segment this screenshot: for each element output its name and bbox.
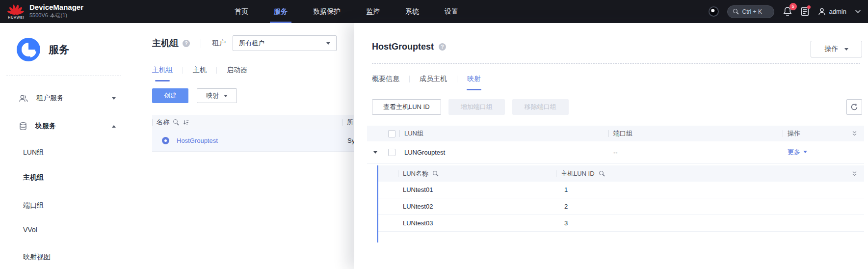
sidebar-item-lun-group[interactable]: LUN组	[0, 142, 128, 162]
tab-divider	[216, 67, 217, 74]
sidebar-item-vvol[interactable]: VVol	[0, 220, 128, 240]
sort-icon[interactable]	[183, 119, 189, 126]
tab-initiator[interactable]: 启动器	[227, 66, 247, 81]
sidebar-item-host-group[interactable]: 主机组	[0, 167, 128, 187]
search-icon	[733, 9, 739, 15]
notification-badge: 5	[789, 3, 797, 10]
sidebar-divider	[6, 76, 121, 76]
cell-port-group: --	[613, 149, 618, 156]
database-icon	[19, 122, 27, 131]
cell-lun-name: LUNtest01	[378, 186, 556, 193]
mapping-table: LUN组 端口组 操作 LUNGrouptest -	[367, 126, 864, 163]
row-owner: Sy	[347, 137, 354, 144]
collapse-columns-icon[interactable]	[852, 171, 857, 177]
sidebar-item-label: 块服务	[35, 122, 112, 131]
create-button[interactable]: 创建	[152, 88, 188, 103]
map-button-label: 映射	[206, 91, 219, 100]
table-header: 名称 所	[152, 115, 354, 130]
dashed-divider	[372, 63, 860, 64]
tab-divider	[183, 67, 183, 74]
cell-host-lun-id: 3	[556, 219, 850, 227]
nested-row[interactable]: LUNtest02 2	[378, 198, 864, 215]
add-port-group-button: 增加端口组	[448, 99, 505, 115]
people-icon	[19, 94, 28, 103]
tenant-label: 租户	[212, 39, 226, 48]
collapse-columns-icon[interactable]	[852, 131, 857, 136]
chevron-down-icon	[844, 48, 848, 53]
column-divider	[608, 130, 609, 137]
nav-item-home[interactable]: 首页	[222, 0, 261, 23]
nav-item-data-protection[interactable]: 数据保护	[300, 0, 353, 23]
nav-item-system[interactable]: 系统	[393, 0, 432, 23]
tab-mapping[interactable]: 映射	[467, 75, 481, 90]
cell-lun-group: LUNGrouptest	[404, 149, 445, 156]
search-icon[interactable]	[433, 171, 439, 177]
nested-row[interactable]: LUNtest01 1	[378, 182, 864, 198]
tasks-button[interactable]	[801, 7, 809, 16]
services-icon	[17, 38, 40, 61]
nested-lun-table: LUN名称 主机LUN ID LUNtest01 1 LUNtest02 2	[377, 165, 864, 242]
nested-row[interactable]: LUNtest03 3	[378, 215, 864, 232]
nav-item-monitor[interactable]: 监控	[353, 0, 393, 23]
help-icon[interactable]: ?	[183, 40, 190, 47]
brand-text: HUAWEI	[6, 16, 26, 19]
eye-icon[interactable]	[709, 6, 719, 17]
tenant-select[interactable]: 所有租户	[233, 35, 337, 51]
nav-item-settings[interactable]: 设置	[432, 0, 471, 23]
radio-selected[interactable]	[162, 137, 169, 144]
host-group-table: 名称 所 HostGrouptest Sy	[152, 115, 354, 152]
tab-host-group[interactable]: 主机组	[152, 66, 173, 81]
tab-host[interactable]: 主机	[193, 66, 207, 81]
notifications-button[interactable]: 5	[783, 6, 792, 17]
user-menu[interactable]: admin	[817, 7, 846, 16]
chevron-up-icon	[112, 123, 116, 128]
action-button-label: 操作	[825, 45, 839, 54]
search-shortcut: Ctrl + K	[742, 8, 762, 15]
detail-title: HostGrouptest	[372, 42, 434, 52]
product-name: DeviceManager	[29, 2, 83, 12]
notification-dot	[807, 5, 811, 9]
username: admin	[829, 8, 846, 15]
column-divider	[342, 119, 343, 126]
user-icon	[817, 7, 826, 16]
mapping-table-row[interactable]: LUNGrouptest -- 更多	[367, 141, 864, 163]
expand-row-icon[interactable]	[373, 151, 377, 156]
top-navigation: 首页 服务 数据保护 监控 系统 设置	[222, 0, 471, 23]
row-checkbox[interactable]	[388, 149, 395, 156]
huawei-logo-icon	[6, 1, 25, 16]
select-all-checkbox[interactable]	[388, 130, 395, 137]
column-divider	[398, 170, 398, 177]
huawei-logo: HUAWEI	[6, 1, 26, 19]
sidebar-item-mapping-view[interactable]: 映射视图	[0, 247, 128, 267]
search-icon[interactable]	[173, 119, 179, 125]
column-lun-name: LUN名称	[403, 169, 428, 178]
help-icon[interactable]: ?	[439, 43, 446, 51]
user-chevron-icon[interactable]	[855, 9, 861, 14]
sidebar-item-port-group[interactable]: 端口组	[0, 195, 128, 215]
refresh-button[interactable]	[846, 99, 862, 115]
global-search[interactable]: Ctrl + K	[727, 5, 774, 18]
refresh-icon	[850, 103, 858, 111]
tab-summary[interactable]: 概要信息	[372, 75, 399, 90]
tab-member-hosts[interactable]: 成员主机	[420, 75, 447, 90]
action-dropdown-button[interactable]: 操作	[811, 41, 862, 57]
column-host-lun-id: 主机LUN ID	[561, 169, 595, 178]
sidebar-item-tenant-services[interactable]: 租户服务	[0, 87, 128, 109]
list-tabs: 主机组 主机 启动器	[152, 66, 354, 81]
search-icon[interactable]	[599, 171, 605, 177]
nav-item-services[interactable]: 服务	[261, 0, 300, 23]
table-row[interactable]: HostGrouptest Sy	[152, 130, 354, 152]
column-action: 操作	[788, 129, 800, 138]
cell-host-lun-id: 2	[556, 203, 850, 210]
header-divider	[201, 39, 201, 48]
row-name-link[interactable]: HostGrouptest	[177, 137, 218, 144]
column-port-group: 端口组	[613, 129, 632, 138]
more-button[interactable]: 更多	[783, 148, 850, 157]
cell-host-lun-id: 1	[556, 186, 850, 193]
map-dropdown-button[interactable]: 映射	[197, 88, 237, 103]
view-host-lun-id-button[interactable]: 查看主机LUN ID	[372, 99, 441, 115]
nested-table-header: LUN名称 主机LUN ID	[378, 165, 864, 182]
tenant-select-value: 所有租户	[239, 39, 264, 48]
sidebar-item-block-services[interactable]: 块服务	[0, 115, 128, 137]
column-name: 名称	[157, 118, 169, 127]
